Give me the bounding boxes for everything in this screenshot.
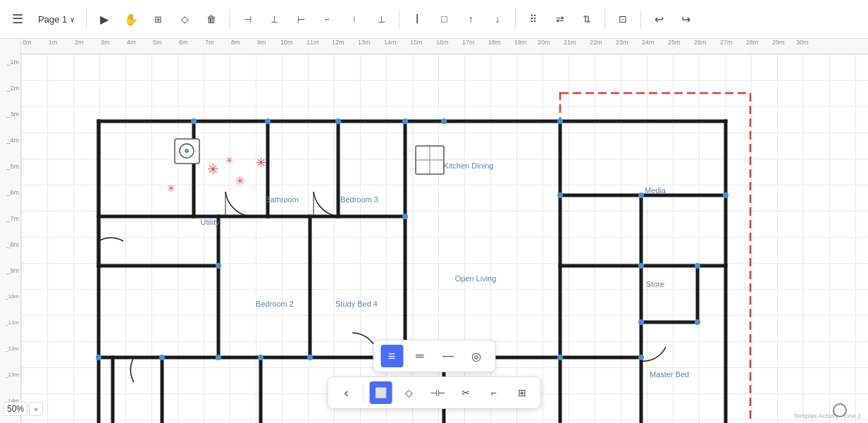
svg-point-63 bbox=[557, 118, 563, 124]
label-open-living: Open Living bbox=[455, 274, 497, 283]
ruler-mark-neg7m: _7m bbox=[6, 215, 19, 222]
shape-select-btn[interactable]: ⬜ bbox=[370, 381, 392, 404]
ruler-mark-neg4m: _4m bbox=[6, 137, 19, 144]
divider-6 bbox=[640, 9, 641, 29]
ruler-mark-25m: 25m bbox=[668, 39, 681, 46]
ruler-mark-14m: 14m bbox=[384, 39, 397, 46]
arrow-up-btn[interactable]: ↑ bbox=[459, 7, 483, 31]
symbol-3: ✳ bbox=[256, 156, 266, 170]
bottom-toolbar-bottom: ‹ ⬜ ◇ ⊣⊢ ✂ ⌐ ⊞ bbox=[328, 376, 541, 409]
ruler-mark-neg13m: _13m bbox=[5, 372, 19, 378]
svg-point-48 bbox=[638, 263, 644, 269]
ruler-mark-29m: 29m bbox=[772, 39, 785, 46]
ruler-mark-20m: 20m bbox=[538, 39, 550, 46]
trash-tool[interactable]: 🗑 bbox=[199, 7, 223, 31]
divider-3 bbox=[399, 9, 399, 29]
ruler-mark-6m: 6m bbox=[179, 39, 188, 46]
erase-btn[interactable]: ◇ bbox=[398, 381, 421, 404]
color-picker-btn[interactable]: ◎ bbox=[465, 345, 488, 367]
svg-point-58 bbox=[307, 355, 313, 360]
distribute-h-button[interactable]: ⁞ bbox=[342, 7, 366, 31]
flip-btn[interactable]: ⇄ bbox=[548, 7, 572, 31]
distribute-btn[interactable]: ⠿ bbox=[521, 7, 545, 31]
mirror-btn[interactable]: ⇅ bbox=[575, 7, 599, 31]
zoom-expand-btn[interactable]: » bbox=[29, 402, 43, 416]
align-top-button[interactable]: ⌐ bbox=[316, 7, 340, 31]
svg-point-44 bbox=[557, 355, 563, 360]
cursor-tool[interactable]: ▶ bbox=[92, 7, 116, 31]
ruler-mark-1m: 1m bbox=[49, 39, 58, 46]
chevron-down-icon: ∨ bbox=[70, 16, 75, 23]
ruler-mark-21m: 21m bbox=[564, 39, 576, 46]
svg-point-64 bbox=[441, 118, 447, 124]
svg-point-54 bbox=[723, 192, 728, 198]
branding-label: Templax Activity · Line 2 bbox=[793, 412, 861, 419]
label-store-right: Store bbox=[646, 280, 664, 288]
ruler-mark-17m: 17m bbox=[462, 39, 475, 46]
ruler-mark-9m: 9m bbox=[257, 39, 266, 46]
grid-btn[interactable]: ⊞ bbox=[511, 381, 533, 404]
svg-point-38 bbox=[335, 118, 341, 124]
ruler-mark-24m: 24m bbox=[642, 39, 655, 46]
ruler-mark-15m: 15m bbox=[410, 39, 423, 46]
page-selector[interactable]: Page 1 ∨ bbox=[32, 11, 80, 27]
divider-2 bbox=[229, 9, 230, 29]
bottom-toolbar: ≡ ═ — ◎ ‹ ⬜ ◇ ⊣⊢ ✂ ⌐ ⊞ bbox=[328, 340, 541, 409]
label-utility: Utility bbox=[201, 218, 220, 226]
lines-triple-btn[interactable]: ≡ bbox=[380, 345, 403, 367]
align-left-button[interactable]: ⊣ bbox=[235, 7, 259, 31]
measure-btn[interactable]: ⊣⊢ bbox=[426, 381, 449, 404]
corner-btn[interactable]: ⌐ bbox=[483, 381, 505, 404]
text-tool[interactable]: I bbox=[405, 7, 429, 31]
ruler-mark-13m: 13m bbox=[358, 39, 371, 46]
align-center-h-button[interactable]: ⊥ bbox=[262, 7, 286, 31]
svg-point-53 bbox=[695, 319, 700, 325]
shape-tool-btn[interactable]: □ bbox=[432, 7, 456, 31]
divider-4 bbox=[515, 9, 516, 29]
crop-btn[interactable]: ⊡ bbox=[611, 7, 635, 31]
svg-point-61 bbox=[159, 355, 165, 360]
eraser-tool[interactable]: ◇ bbox=[173, 7, 197, 31]
symbol-2: ✳ bbox=[235, 175, 244, 187]
label-bedroom2: Bedroom 2 bbox=[256, 300, 294, 308]
redo-btn[interactable]: ↪ bbox=[674, 7, 698, 31]
arrow-down-btn[interactable]: ↓ bbox=[485, 7, 509, 31]
nav-back-btn[interactable]: ‹ bbox=[335, 381, 358, 404]
circle-handle bbox=[833, 403, 847, 417]
undo-btn[interactable]: ↩ bbox=[647, 7, 671, 31]
menu-button[interactable]: ☰ bbox=[6, 7, 30, 31]
zoom-level-label[interactable]: 50% bbox=[4, 402, 27, 416]
divider-1 bbox=[86, 9, 87, 29]
symbol-4: ✳ bbox=[167, 183, 175, 194]
svg-point-39 bbox=[402, 118, 408, 124]
hand-tool[interactable]: ✋ bbox=[119, 7, 143, 31]
svg-point-40 bbox=[402, 214, 408, 219]
svg-point-59 bbox=[258, 355, 264, 360]
ruler-mark-neg9m: _9m bbox=[6, 267, 19, 274]
ruler-mark-4m: 4m bbox=[127, 39, 136, 46]
svg-point-62 bbox=[96, 355, 101, 360]
label-bathroom: Bathroom bbox=[265, 195, 299, 204]
table-tool[interactable]: ⊞ bbox=[146, 7, 170, 31]
ruler-mark-neg10m: _10m bbox=[5, 293, 19, 300]
divider-bottom bbox=[364, 384, 364, 401]
line-single-btn[interactable]: — bbox=[437, 345, 459, 367]
svg-point-37 bbox=[265, 118, 271, 124]
ruler-mark-18m: 18m bbox=[488, 39, 501, 46]
svg-point-47 bbox=[638, 192, 644, 198]
symbol-1: ✳ bbox=[207, 161, 219, 177]
scissors-btn[interactable]: ✂ bbox=[454, 381, 477, 404]
ruler-mark-5m: 5m bbox=[153, 39, 162, 46]
symbol-5: ✳ bbox=[225, 155, 233, 166]
align-right-button[interactable]: ⊢ bbox=[289, 7, 313, 31]
bottom-toolbar-top: ≡ ═ — ◎ bbox=[373, 340, 495, 372]
main-toolbar: ☰ Page 1 ∨ ▶ ✋ ⊞ ◇ 🗑 ⊣ ⊥ ⊢ ⌐ ⁞ ⊥ I □ ↑ ↓… bbox=[0, 0, 868, 39]
lines-double-btn[interactable]: ═ bbox=[409, 345, 431, 367]
ruler-mark-22m: 22m bbox=[590, 39, 602, 46]
label-kitchen-dining: Kitchen Dining bbox=[444, 161, 494, 170]
ruler-mark-12m: 12m bbox=[332, 39, 345, 46]
ruler-mark-11m: 11m bbox=[306, 39, 319, 46]
top-ruler: 0m 1m 2m 3m 4m 5m 6m 7m 8m 9m 10m 11m 12… bbox=[21, 39, 868, 54]
align-bottom-button[interactable]: ⊥ bbox=[369, 7, 393, 31]
label-media: Media bbox=[645, 186, 666, 195]
